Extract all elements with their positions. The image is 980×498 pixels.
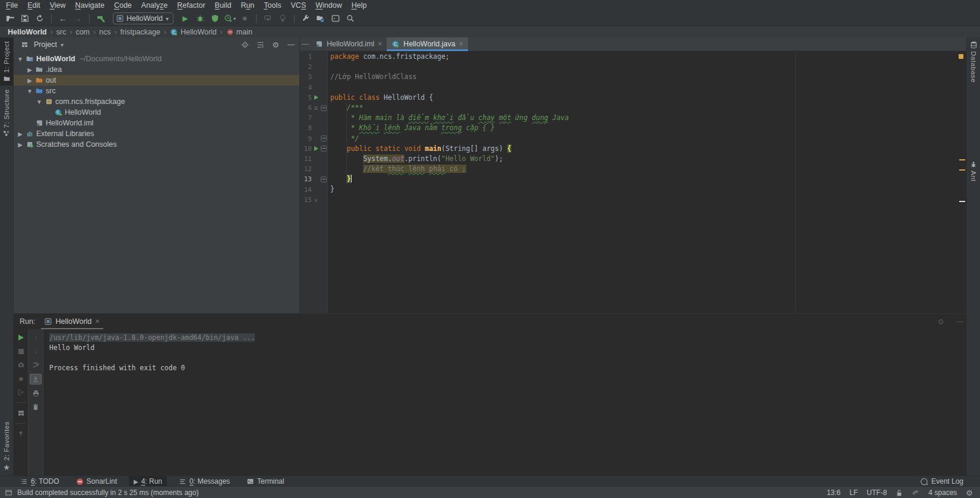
chevron-right-icon[interactable]: ▶ xyxy=(26,77,34,84)
chevron-down-icon[interactable]: ▾ xyxy=(61,42,64,48)
refresh-button[interactable] xyxy=(33,12,46,24)
caret-position[interactable]: 13:6 xyxy=(827,488,840,497)
breadcrumb-item-helloworld[interactable]: HelloWorld xyxy=(6,28,49,36)
project-panel-title[interactable]: Project xyxy=(34,40,57,49)
menu-view[interactable]: View xyxy=(45,0,71,11)
breadcrumb-item-main[interactable]: mmain xyxy=(225,28,254,36)
toolwindow-button-terminal[interactable]: Terminal xyxy=(242,476,289,487)
chevron-down-icon[interactable]: ▼ xyxy=(26,88,34,94)
menu-code[interactable]: Code xyxy=(109,0,137,11)
settings-icon[interactable]: ⚙ xyxy=(270,39,282,51)
menu-edit[interactable]: Edit xyxy=(23,0,45,11)
menu-navigate[interactable]: Navigate xyxy=(71,0,109,11)
restore-layout-button[interactable] xyxy=(15,408,26,418)
fold-marker-icon[interactable] xyxy=(321,105,327,111)
menu-help[interactable]: Help xyxy=(347,0,372,11)
scroll-to-end-button[interactable] xyxy=(30,374,42,384)
fold-marker-icon[interactable] xyxy=(321,176,327,182)
menu-run[interactable]: Run xyxy=(236,0,259,11)
background-tasks-icon[interactable] xyxy=(5,489,12,496)
run-console-tab[interactable]: HelloWorld × xyxy=(41,314,103,329)
warning-status-square[interactable] xyxy=(959,54,963,59)
hide-project-panel-button[interactable]: — xyxy=(300,37,311,51)
build-hammer-button[interactable] xyxy=(94,12,108,24)
breadcrumb-item-helloworld[interactable]: CHelloWorld xyxy=(168,28,219,36)
update-app-button[interactable] xyxy=(276,12,289,24)
chevron-down-icon[interactable]: ▼ xyxy=(16,56,24,62)
wrench-button[interactable] xyxy=(299,12,312,24)
menu-build[interactable]: Build xyxy=(210,0,236,11)
chevron-down-icon[interactable]: ▼ xyxy=(35,99,43,105)
line-separator[interactable]: LF xyxy=(849,488,858,497)
breadcrumb-item-com[interactable]: com xyxy=(74,28,91,36)
fold-marker-icon[interactable] xyxy=(321,135,327,141)
collapse-all-icon[interactable] xyxy=(254,39,266,51)
run-button[interactable]: ▶ xyxy=(179,12,192,24)
encoding[interactable]: UTF-8 xyxy=(867,488,887,497)
caret-stripe-mark[interactable] xyxy=(959,201,965,202)
menu-window[interactable]: Window xyxy=(311,0,346,11)
chevron-right-icon[interactable]: ▶ xyxy=(26,67,34,73)
sonarlint-status-icon[interactable] xyxy=(912,489,919,496)
editor-tab-helloworld.java[interactable]: CHelloWorld.java× xyxy=(387,37,467,51)
tree-item--idea[interactable]: ▶.idea xyxy=(14,64,299,75)
hide-icon[interactable]: — xyxy=(285,39,297,51)
run-configuration-select[interactable]: HelloWorld▾ xyxy=(113,12,173,24)
open-project-button[interactable] xyxy=(4,12,17,24)
chevron-right-icon[interactable]: ▶ xyxy=(16,131,24,137)
chevron-right-icon[interactable]: ▶ xyxy=(16,141,24,148)
menu-tools[interactable]: Tools xyxy=(259,0,286,11)
up-stack-button[interactable]: ↑ xyxy=(30,333,41,342)
search-everywhere-button[interactable] xyxy=(344,12,357,24)
toolwindow-button-4-run[interactable]: ▶4: Run xyxy=(129,476,167,487)
stop-button[interactable] xyxy=(15,346,26,356)
print-button[interactable] xyxy=(30,389,41,398)
tree-item-out[interactable]: ▶out xyxy=(14,75,299,86)
stripe-button-database[interactable]: Database xyxy=(967,37,980,86)
readonly-toggle-icon[interactable] xyxy=(896,489,903,497)
editor[interactable]: 123456≣789101112131415∨ package com.ncs.… xyxy=(300,51,966,313)
project-structure-button[interactable] xyxy=(314,12,327,24)
clear-all-button[interactable] xyxy=(30,402,41,412)
close-icon[interactable]: × xyxy=(459,40,463,48)
code-style-settings-icon[interactable]: ⚙ xyxy=(966,488,973,497)
menu-file[interactable]: File xyxy=(1,0,23,11)
back-button[interactable]: ← xyxy=(56,12,69,24)
run-coverage-button[interactable] xyxy=(208,12,222,24)
toolwindow-button-0-messages[interactable]: 0: Messages xyxy=(174,476,235,487)
run-line-icon[interactable] xyxy=(314,146,318,151)
stripe-button-7-structure[interactable]: 7: Structure xyxy=(0,86,13,140)
soft-wrap-button[interactable] xyxy=(30,360,41,370)
attach-process-button[interactable] xyxy=(261,12,274,24)
debug-button[interactable] xyxy=(194,12,207,24)
breadcrumb-item-ncs[interactable]: ncs xyxy=(97,28,112,36)
code-surface[interactable]: package com.ncs.fristpackage;//Lớp Hello… xyxy=(328,51,966,313)
down-stack-button[interactable]: ↓ xyxy=(30,346,41,356)
run-line-icon[interactable] xyxy=(314,95,318,100)
tree-item-helloworld[interactable]: CHelloWorld xyxy=(14,107,299,118)
status-message[interactable]: Build completed successfully in 2 s 25 m… xyxy=(17,488,198,497)
tree-item-external-libraries[interactable]: ▶External Libraries xyxy=(14,128,299,139)
warning-stripe-mark[interactable] xyxy=(959,159,965,160)
tree-item-src[interactable]: ▼src xyxy=(14,86,299,96)
editor-gutter[interactable]: 123456≣789101112131415∨ xyxy=(300,51,328,313)
close-icon[interactable]: × xyxy=(95,317,99,326)
stripe-button-2-favorites[interactable]: 2: Favorites★ xyxy=(0,418,13,475)
profiler-button[interactable]: ▾ xyxy=(223,12,236,24)
breadcrumb-item-fristpackage[interactable]: fristpackage xyxy=(119,28,162,36)
warning-stripe-mark[interactable] xyxy=(959,169,965,171)
stripe-button-ant[interactable]: Ant xyxy=(967,157,980,185)
run-anything-button[interactable] xyxy=(329,12,342,24)
stripe-button-1-project[interactable]: 1: Project xyxy=(0,37,13,86)
indent-style[interactable]: 4 spaces xyxy=(928,488,957,497)
save-all-button[interactable] xyxy=(18,12,31,24)
console-output[interactable]: /usr/lib/jvm/java-1.8.0-openjdk-amd64/bi… xyxy=(43,329,966,475)
tree-item-scratches-and-consoles[interactable]: ▶Scratches and Consoles xyxy=(14,139,299,150)
editor-tab-helloworld.iml[interactable]: HelloWorld.iml× xyxy=(311,37,387,51)
close-icon[interactable]: × xyxy=(378,40,382,48)
event-log-button[interactable]: Event Log xyxy=(920,477,963,486)
tree-item-com-ncs-fristpackage[interactable]: ▼com.ncs.fristpackage xyxy=(14,96,299,107)
toolwindow-button-sonarlint[interactable]: SonarLint xyxy=(71,476,122,487)
pin-tab-button[interactable] xyxy=(15,429,26,439)
tree-item-helloworld[interactable]: ▼HelloWorld~/Documents/HelloWorld xyxy=(14,53,299,64)
